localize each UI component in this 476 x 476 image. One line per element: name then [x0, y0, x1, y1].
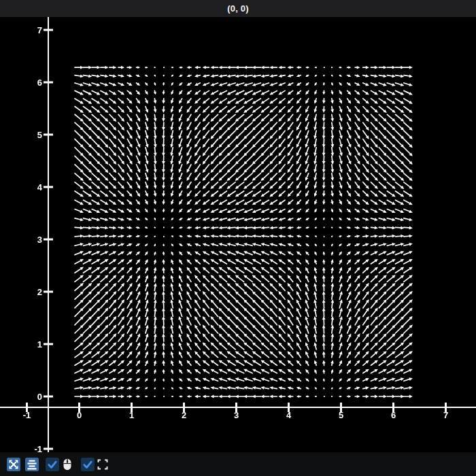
plot-title: (0, 0): [227, 3, 249, 14]
checkbox-checked-icon: [46, 458, 59, 471]
checkbox-right[interactable]: [81, 458, 95, 471]
center-lines-button[interactable]: [25, 458, 39, 471]
fullscreen-button[interactable]: [96, 458, 109, 471]
center-lines-icon: [25, 458, 39, 471]
mouse-icon: [61, 458, 74, 471]
fullscreen-icon: [96, 458, 109, 471]
vector-field-plot[interactable]: [0, 17, 476, 452]
bottom-toolbar: [0, 452, 476, 476]
checkbox-left[interactable]: [46, 458, 59, 471]
title-bar: (0, 0): [0, 0, 476, 17]
mouse-icon: [61, 458, 74, 471]
checkbox-checked-icon: [81, 458, 95, 471]
pan-icon: [7, 458, 20, 471]
pan-button[interactable]: [7, 458, 20, 471]
